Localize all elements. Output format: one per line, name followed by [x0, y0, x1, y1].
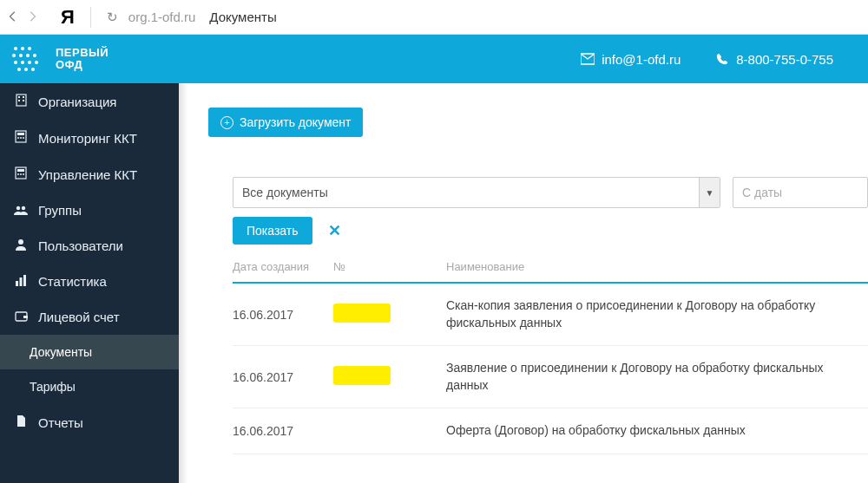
user-icon — [14, 238, 28, 253]
table-row[interactable]: 16.06.2017 Оферта (Договор) на обработку… — [233, 408, 868, 454]
svg-point-4 — [19, 54, 23, 57]
sidebar-item-label: Управление ККТ — [38, 167, 137, 182]
sidebar-item-label: Мониторинг ККТ — [38, 131, 137, 146]
clear-filter-icon[interactable]: ✕ — [328, 221, 341, 240]
svg-rect-20 — [17, 133, 24, 135]
logo-icon — [10, 43, 47, 75]
sidebar-item-organization[interactable]: Организация — [0, 83, 179, 120]
svg-point-27 — [20, 173, 22, 175]
forward-arrow-icon[interactable] — [26, 10, 40, 24]
building-icon — [14, 94, 28, 109]
url-host: org.1-ofd.ru — [128, 10, 196, 24]
show-button[interactable]: Показать — [233, 217, 312, 245]
sidebar-item-label: Тарифы — [30, 380, 76, 394]
logo[interactable]: ПЕРВЫЙ ОФД — [0, 35, 179, 83]
logo-text: ПЕРВЫЙ ОФД — [56, 47, 108, 70]
cell-date: 16.06.2017 — [233, 424, 333, 438]
url-page-title: Документы — [202, 10, 276, 24]
file-icon — [14, 414, 28, 430]
svg-point-11 — [17, 68, 21, 71]
divider — [90, 7, 91, 28]
sidebar: Организация Мониторинг ККТ Управление КК… — [0, 83, 179, 483]
email-link[interactable]: info@1-ofd.ru — [581, 52, 681, 67]
col-number-header: № — [333, 260, 446, 273]
sidebar-item-label: Пользователи — [38, 238, 123, 253]
sidebar-item-account[interactable]: Лицевой счет — [0, 299, 179, 335]
nav-arrows — [7, 10, 40, 24]
chevron-down-icon: ▼ — [699, 178, 720, 207]
svg-point-10 — [35, 61, 38, 64]
main-content: + Загрузить документ Все документы ▼ С д… — [179, 83, 868, 483]
phone-link[interactable]: 8-800-755-0-755 — [715, 52, 833, 67]
svg-point-8 — [21, 61, 24, 64]
cell-date: 16.06.2017 — [233, 308, 333, 322]
reload-icon[interactable]: ↻ — [98, 10, 122, 25]
mail-icon — [581, 53, 595, 65]
yandex-logo-icon[interactable]: Я — [47, 6, 83, 29]
svg-point-31 — [18, 239, 23, 245]
svg-point-5 — [26, 54, 30, 57]
doc-type-select[interactable]: Все документы ▼ — [233, 177, 720, 208]
svg-point-3 — [12, 54, 16, 57]
cell-name: Скан-копия заявления о присоединении к Д… — [446, 297, 868, 331]
svg-point-6 — [33, 54, 36, 57]
app-header: ПЕРВЫЙ ОФД info@1-ofd.ru 8-800-755-0-755 — [0, 35, 868, 83]
cell-name: Оферта (Договор) на обработку фискальных… — [446, 422, 868, 440]
plus-circle-icon: + — [220, 116, 233, 129]
col-date-header: Дата создания — [233, 260, 333, 273]
back-arrow-icon[interactable] — [7, 10, 21, 24]
svg-rect-24 — [16, 167, 26, 179]
phone-icon — [715, 53, 729, 65]
svg-rect-32 — [16, 281, 18, 286]
sidebar-item-label: Лицевой счет — [38, 310, 120, 324]
svg-point-30 — [22, 206, 25, 210]
svg-rect-16 — [23, 96, 24, 98]
svg-point-23 — [23, 137, 24, 139]
cell-date: 16.06.2017 — [233, 370, 333, 384]
svg-rect-25 — [17, 169, 24, 172]
sidebar-item-monitoring[interactable]: Мониторинг ККТ — [0, 120, 179, 156]
browser-bar: Я ↻ org.1-ofd.ru Документы — [0, 0, 868, 35]
upload-document-button[interactable]: + Загрузить документ — [208, 108, 363, 137]
table-row[interactable]: 16.06.2017 Скан-копия заявления о присое… — [233, 284, 868, 346]
documents-table: Дата создания № Наименование 16.06.2017 … — [208, 260, 868, 454]
svg-point-12 — [24, 68, 28, 71]
select-value: Все документы — [242, 186, 328, 199]
sidebar-item-manage-kkt[interactable]: Управление ККТ — [0, 156, 179, 193]
svg-rect-33 — [20, 277, 23, 286]
redacted-icon — [333, 304, 391, 323]
svg-rect-18 — [23, 100, 24, 101]
cell-name: Заявление о присоединении к Договору на … — [446, 360, 868, 394]
bar-chart-icon — [14, 274, 28, 289]
sidebar-item-users[interactable]: Пользователи — [0, 228, 179, 264]
table-header: Дата создания № Наименование — [233, 260, 868, 284]
svg-point-13 — [31, 68, 35, 71]
svg-point-26 — [17, 173, 19, 175]
svg-point-29 — [16, 206, 20, 210]
sidebar-item-label: Группы — [38, 203, 82, 218]
date-from-input[interactable]: С даты — [733, 177, 868, 208]
calculator-icon — [14, 166, 28, 182]
sidebar-item-groups[interactable]: Группы — [0, 193, 179, 228]
sidebar-item-label: Организация — [38, 95, 116, 109]
svg-rect-19 — [16, 131, 26, 142]
svg-rect-15 — [18, 96, 20, 98]
group-icon — [14, 203, 28, 218]
sidebar-sub-tariffs[interactable]: Тарифы — [0, 369, 179, 404]
svg-rect-17 — [18, 100, 20, 101]
svg-point-21 — [17, 137, 19, 139]
redacted-icon — [333, 366, 391, 385]
sidebar-item-statistics[interactable]: Статистика — [0, 264, 179, 299]
svg-rect-36 — [23, 316, 28, 318]
cell-number — [333, 304, 446, 325]
sidebar-item-label: Документы — [30, 345, 92, 359]
calculator-icon — [14, 130, 28, 146]
svg-rect-34 — [23, 275, 26, 286]
table-row[interactable]: 16.06.2017 Заявление о присоединении к Д… — [233, 346, 868, 408]
sidebar-item-reports[interactable]: Отчеты — [0, 404, 179, 441]
svg-point-7 — [14, 61, 17, 64]
svg-point-1 — [21, 47, 24, 50]
sidebar-sub-documents[interactable]: Документы — [0, 335, 179, 369]
cell-number — [333, 366, 446, 388]
svg-point-22 — [20, 137, 22, 139]
